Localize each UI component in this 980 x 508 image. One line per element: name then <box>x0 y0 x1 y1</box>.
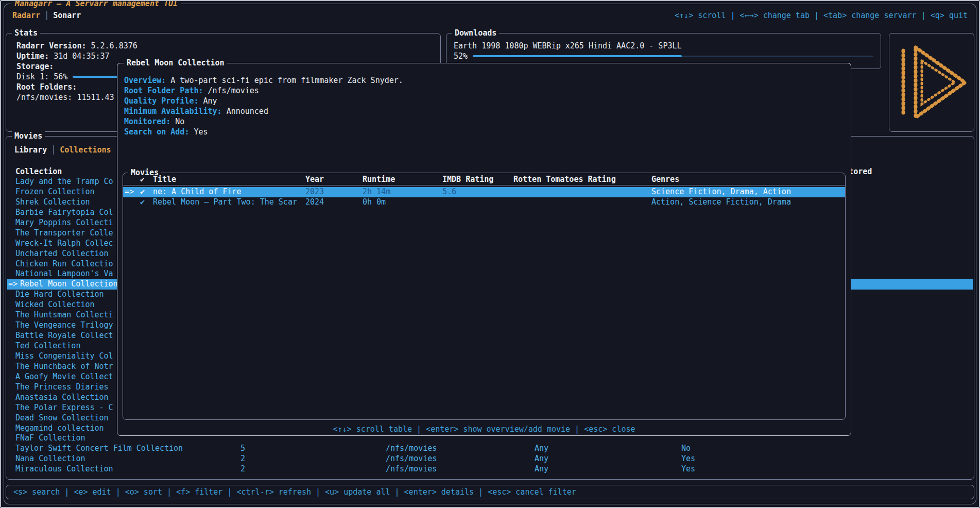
collection-details-modal: Rebel Moon Collection Overview:A two-par… <box>117 63 851 436</box>
collection-name: Shrek Collection <box>15 197 90 208</box>
collection-name: Miraculous Collection <box>15 464 113 475</box>
header-collection: Collection <box>15 166 62 177</box>
movie-title: Rebel Moon – Part Two: The Scar <box>153 197 297 208</box>
collection-details: Overview:A two-part sci-fi epic from fil… <box>124 76 844 138</box>
detail-label: Quality Profile: <box>124 96 199 106</box>
collection-monitored: Yes <box>681 454 695 464</box>
servarr-tabs: Radarr│Sonarr <box>12 10 81 21</box>
detail-label: Search on Add: <box>124 127 189 137</box>
detail-label: Overview: <box>124 76 166 85</box>
collection-root-folder: /nfs/movies <box>386 454 437 464</box>
modal-movies-table: Movies ✔ Title Year Runtime IMDB Rating … <box>123 173 846 420</box>
storage-label: Storage: <box>16 61 54 72</box>
collection-quality-profile: Any <box>535 454 548 464</box>
collection-name: Uncharted Collection <box>15 249 109 259</box>
detail-line: Overview:A two-part sci-fi epic from fil… <box>124 76 844 86</box>
tab-radarr[interactable]: Radarr <box>12 11 40 20</box>
header-rotten-tomatoes-rating: Rotten Tomatoes Rating <box>513 173 616 185</box>
app-title: Managarr – A Servarr management TUI <box>11 0 181 9</box>
collection-name: The Vengeance Trilogy <box>15 320 113 331</box>
disk-usage-label: Disk 1: 56% <box>16 72 67 82</box>
movie-title: ne: A Child of Fire <box>153 187 242 197</box>
tab-library[interactable]: Library <box>14 145 47 155</box>
movies-table-body: =>✔ne: A Child of Fire20232h 14m5.6Scien… <box>123 187 845 208</box>
collection-name: Anastasia Collection <box>15 393 109 403</box>
movie-row[interactable]: =>✔ne: A Child of Fire20232h 14m5.6Scien… <box>123 187 845 197</box>
bottom-keybind-hints: <s> search | <e> edit | <o> sort | <f> f… <box>13 485 576 499</box>
detail-label: Minimum Availability: <box>124 107 222 116</box>
collection-name: Dead Snow Collection <box>15 413 109 424</box>
progress-fill <box>473 55 682 57</box>
detail-value: /nfs/movies <box>208 86 259 95</box>
managarr-play-logo-icon <box>893 41 970 124</box>
movies-panel-title: Movies <box>12 131 45 141</box>
collection-quality-profile: Any <box>535 464 548 475</box>
check-icon: ✔ <box>140 187 145 197</box>
movie-row[interactable]: ✔Rebel Moon – Part Two: The Scar20240h 0… <box>123 197 845 208</box>
download-progress-line: 52% <box>454 51 874 61</box>
collection-root-folder: /nfs/movies <box>386 464 437 475</box>
download-item-line: Earth 1998 1080p WEBRip x265 Hindi AAC2.… <box>454 41 874 51</box>
collection-name: National Lampoon's Va <box>15 269 113 279</box>
collection-movie-count: 2 <box>240 454 245 464</box>
header-imdb-rating: IMDB Rating <box>442 173 493 185</box>
downloads-panel-title: Downloads <box>452 28 499 38</box>
movies-table-header: ✔ Title Year Runtime IMDB Rating Rotten … <box>123 173 845 185</box>
detail-value: Yes <box>194 127 208 137</box>
uptime-value: 31d 04:35:37 <box>54 51 109 61</box>
detail-line: Search on Add:Yes <box>124 127 844 138</box>
tab-separator: │ <box>47 145 60 155</box>
collection-row[interactable]: Nana Collection2/nfs/moviesAnyYes <box>7 454 973 464</box>
top-keybind-hints: <↑↓> scroll | <←→> change tab | <tab> ch… <box>675 10 968 21</box>
collection-name: Miss Congeniality Col <box>15 351 113 362</box>
detail-value: Announced <box>227 107 268 116</box>
app-screen: Managarr – A Servarr management TUI Rada… <box>4 4 976 504</box>
stats-panel-title: Stats <box>12 28 40 38</box>
movie-genres: Action, Science Fiction, Drama <box>651 197 791 208</box>
collection-name: Taylor Swift Concert Film Collection <box>15 444 183 454</box>
version-label: Radarr Version: <box>16 41 86 51</box>
download-item-name: Earth 1998 1080p WEBRip x265 Hindi AAC2.… <box>454 41 682 51</box>
collection-quality-profile: Any <box>535 444 548 454</box>
collection-name: Battle Royale Collect <box>15 331 113 341</box>
collection-name: The Huntsman Collecti <box>15 310 113 320</box>
modal-keybind-hints: <↑↓> scroll table | <enter> show overvie… <box>117 424 851 434</box>
movie-year: 2023 <box>305 187 324 197</box>
collection-name: The Polar Express - C <box>15 403 113 413</box>
collection-name: A Goofy Movie Collect <box>15 372 113 382</box>
tab-separator: │ <box>40 11 53 20</box>
tab-collections[interactable]: Collections <box>60 145 111 155</box>
detail-line: Minimum Availability:Announced <box>124 107 844 117</box>
collection-root-folder: /nfs/movies <box>386 444 437 454</box>
collection-name: Megamind collection <box>15 424 104 434</box>
collection-name: The Hunchback of Notr <box>15 362 113 372</box>
collection-name: Nana Collection <box>15 454 85 464</box>
detail-line: Quality Profile:Any <box>124 96 844 107</box>
check-icon: ✔ <box>140 197 145 208</box>
collection-name: Barbie Fairytopia Col <box>15 208 113 218</box>
detail-value: A two-part sci-fi epic from filmmaker Za… <box>170 76 403 85</box>
detail-value: No <box>175 117 184 126</box>
movie-runtime: 2h 14m <box>363 187 390 197</box>
stats-version-line: Radarr Version:5.2.6.8376 <box>16 41 435 51</box>
download-progress-bar <box>473 51 874 61</box>
tab-sonarr[interactable]: Sonarr <box>53 11 81 20</box>
collection-name: The Transporter Colle <box>15 228 113 239</box>
collection-row[interactable]: Miraculous Collection2/nfs/moviesAnyYes <box>7 464 973 475</box>
collection-name: FNaF Collection <box>15 433 85 444</box>
header-check-icon: ✔ <box>140 173 145 185</box>
modal-title: Rebel Moon Collection <box>124 58 227 68</box>
detail-line: Monitored:No <box>124 117 844 127</box>
collection-monitored: Yes <box>681 464 695 475</box>
collection-monitored: No <box>681 444 691 454</box>
collection-name: Wicked Collection <box>15 300 95 310</box>
movie-runtime: 0h 0m <box>363 197 386 208</box>
root-folder-value: /nfs/movies: 11511.43 GB <box>16 92 128 103</box>
collection-row[interactable]: Taylor Swift Concert Film Collection5/nf… <box>7 444 973 454</box>
detail-label: Monitored: <box>124 117 170 126</box>
download-percent-label: 52% <box>454 51 468 61</box>
movie-genres: Science Fiction, Drama, Action <box>651 187 791 197</box>
collection-name: Chicken Run Collectio <box>15 259 113 269</box>
collection-name: Rebel Moon Collection <box>20 279 118 290</box>
header-genres: Genres <box>651 173 679 185</box>
